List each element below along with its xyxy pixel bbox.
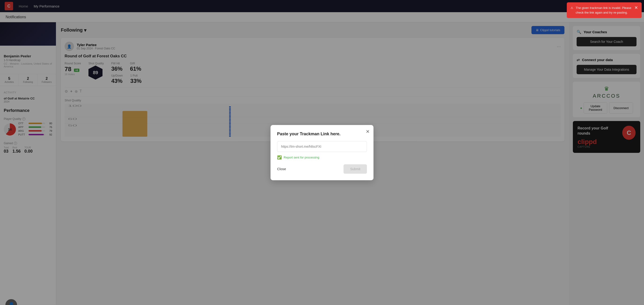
warning-icon: ⚠ <box>570 6 573 10</box>
error-toast: ⚠ The given trackman link is invalid. Pl… <box>567 2 642 18</box>
trackman-link-input[interactable] <box>277 141 367 152</box>
close-toast-button[interactable]: ✕ <box>634 6 638 10</box>
success-icon: ✅ <box>277 155 282 160</box>
modal-actions: Close Submit <box>277 164 367 174</box>
trackman-modal: Paste your Trackman Link here. ✕ ✅ Repor… <box>270 125 374 180</box>
modal-close-button[interactable]: Close <box>277 167 286 171</box>
modal-overlay: Paste your Trackman Link here. ✕ ✅ Repor… <box>0 0 644 305</box>
modal-submit-button[interactable]: Submit <box>344 164 367 174</box>
modal-close-x-button[interactable]: ✕ <box>366 129 370 134</box>
modal-success-message: ✅ Report sent for processing <box>277 155 367 160</box>
modal-title: Paste your Trackman Link here. <box>277 132 367 136</box>
